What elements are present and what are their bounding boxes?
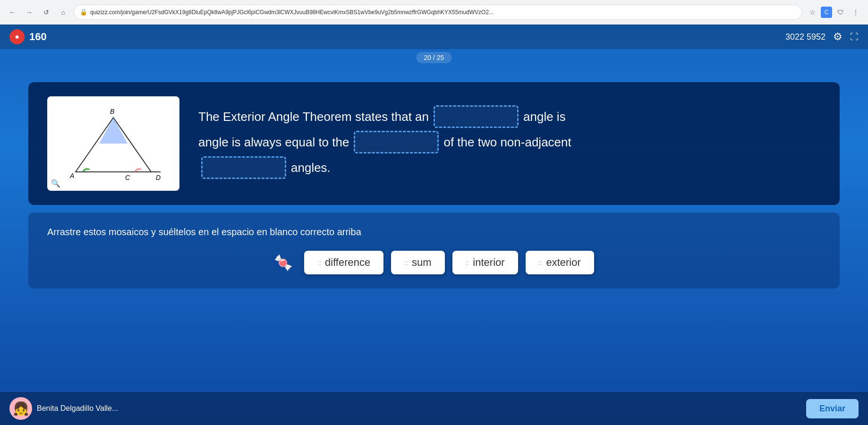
tile-exterior-label: exterior — [546, 256, 580, 269]
svg-text:D: D — [156, 174, 161, 181]
question-text-area: The Exterior Angle Theorem states that a… — [198, 105, 821, 182]
reload-button[interactable]: ↺ — [40, 6, 53, 19]
answer-section: Arrastre estos mosaicos y suéltelos en e… — [28, 212, 840, 289]
blank-box-2[interactable] — [354, 131, 439, 153]
svg-text:A: A — [69, 172, 74, 179]
svg-text:B: B — [110, 108, 114, 115]
tile-difference[interactable]: :: difference — [304, 251, 383, 274]
tile-interior[interactable]: :: interior — [452, 251, 518, 274]
score-icon: ● — [9, 29, 25, 44]
browser-icons: ☆ C 🛡 ⋮ — [806, 6, 862, 19]
extension-button-c[interactable]: C — [821, 7, 832, 18]
progress-indicator: 20 / 25 — [417, 52, 452, 63]
top-bar: ● 160 3022 5952 ⚙ ⛶ — [0, 25, 868, 49]
score-section: ● 160 — [9, 29, 47, 44]
blank-box-1[interactable] — [434, 105, 519, 128]
enviar-button[interactable]: Enviar — [806, 399, 859, 418]
bottom-bar: 👧 Benita Delgadillo Valle... Enviar — [0, 392, 868, 425]
fullscreen-button[interactable]: ⛶ — [850, 32, 859, 42]
question-line-3: angles. — [198, 156, 821, 179]
text-angles: angles. — [291, 157, 331, 179]
avatar: 👧 — [9, 397, 32, 420]
text-of-the-two: of the two non-adjacent — [443, 131, 571, 153]
url-text: quizizz.com/join/game/U2FsdGVkX19g8DluEp… — [90, 9, 796, 16]
question-card: B A C D 🔍 The Exterior Angle Theorem sta… — [28, 82, 840, 205]
tile-interior-label: interior — [473, 256, 504, 269]
right-score: 3022 5952 — [785, 32, 825, 42]
menu-button[interactable]: ⋮ — [849, 6, 862, 19]
tile-grip-4: :: — [539, 259, 543, 266]
back-button[interactable]: ← — [6, 6, 19, 19]
text-always-equal: angle is always equal to the — [198, 131, 349, 153]
score-value: 160 — [29, 31, 47, 43]
avatar-section: 👧 Benita Delgadillo Valle... — [9, 397, 118, 420]
text-angle-is: angle is — [523, 106, 566, 128]
svg-text:C: C — [125, 174, 130, 181]
blank-box-3[interactable] — [201, 156, 286, 179]
bookmark-button[interactable]: ☆ — [806, 6, 819, 19]
tile-sum[interactable]: :: sum — [391, 251, 444, 274]
settings-button[interactable]: ⚙ — [833, 31, 842, 43]
address-bar[interactable]: 🔒 quizizz.com/join/game/U2FsdGVkX19g8Dlu… — [74, 5, 802, 20]
tiles-container: 🍬 :: difference :: sum :: interior :: ex… — [47, 251, 821, 274]
text-before-blank1: The Exterior Angle Theorem states that a… — [198, 106, 429, 128]
drag-instruction: Arrastre estos mosaicos y suéltelos en e… — [47, 227, 821, 238]
question-line-2: angle is always equal to the of the two … — [198, 131, 821, 153]
tile-sum-label: sum — [412, 256, 432, 269]
right-controls: 3022 5952 ⚙ ⛶ — [785, 31, 859, 43]
tile-difference-label: difference — [325, 256, 370, 269]
question-line-1: The Exterior Angle Theorem states that a… — [198, 105, 821, 128]
home-button[interactable]: ⌂ — [57, 6, 70, 19]
player-name: Benita Delgadillo Valle... — [37, 404, 118, 413]
zoom-icon[interactable]: 🔍 — [51, 179, 60, 188]
tile-grip-2: :: — [404, 259, 408, 266]
browser-chrome: ← → ↺ ⌂ 🔒 quizizz.com/join/game/U2FsdGVk… — [0, 0, 868, 25]
tile-exterior[interactable]: :: exterior — [526, 251, 594, 274]
tile-grip-1: :: — [317, 259, 321, 266]
forward-button[interactable]: → — [23, 6, 36, 19]
candy-icon: 🍬 — [274, 254, 293, 272]
tile-grip-3: :: — [466, 259, 469, 266]
main-content: ● 160 3022 5952 ⚙ ⛶ 20 / 25 — [0, 25, 868, 425]
triangle-diagram: B A C D — [57, 103, 170, 184]
diagram-container: B A C D 🔍 — [47, 96, 179, 191]
svg-marker-2 — [99, 118, 128, 144]
extension-button-2[interactable]: 🛡 — [834, 6, 847, 19]
